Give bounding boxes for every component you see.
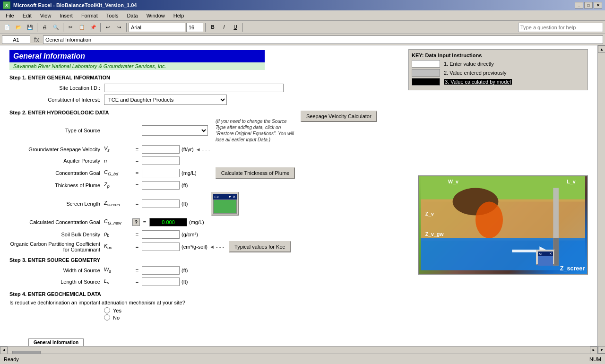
source-type-dropdown[interactable] <box>142 125 208 136</box>
menu-insert[interactable]: Insert <box>56 12 77 19</box>
width-unit: (ft) <box>182 268 188 273</box>
no-radio[interactable] <box>104 314 110 321</box>
title-bar: X Microsoft Excel - BioBalanceToolKit_Ve… <box>0 0 605 10</box>
conc-unit: (mg/L) <box>182 170 197 176</box>
key-row-1: 1. Enter value directly <box>412 60 585 68</box>
toolbar-sep-2 <box>63 23 63 32</box>
soil-density-input[interactable] <box>142 230 180 239</box>
key-label-3: 3. Value calculated by model <box>444 79 512 85</box>
toolbar-sep-6 <box>242 23 243 32</box>
svg-text:Z_v: Z_v <box>425 211 434 217</box>
width-input[interactable] <box>142 266 180 275</box>
key-label-1: 1. Enter value directly <box>444 61 494 67</box>
cell-reference[interactable] <box>2 35 30 44</box>
help-search[interactable] <box>518 23 603 32</box>
yes-radio[interactable] <box>104 307 110 313</box>
underline-button[interactable]: U <box>230 22 241 33</box>
calc-conc-value <box>149 218 187 226</box>
thickness-label: Thickness of Plume <box>9 182 104 188</box>
calc-conc-unit: (mg/L) <box>189 219 204 225</box>
open-button[interactable]: 📂 <box>13 22 24 33</box>
menu-file[interactable]: File <box>2 12 18 19</box>
source-type-note: (If you need to change the Source Type a… <box>216 118 296 143</box>
menu-tools[interactable]: Tools <box>103 12 122 19</box>
seepage-velocity-row: Groundwater Seepage Velocity Vs = (ft/yr… <box>9 145 588 154</box>
menu-window[interactable]: Window <box>143 12 169 19</box>
vertical-scrollbar[interactable]: ▲ ▼ <box>597 45 605 354</box>
app-icon: X <box>3 1 10 9</box>
site-location-label: Site Location I.D.: <box>9 85 104 91</box>
site-location-input[interactable] <box>104 84 284 92</box>
koc-values-button[interactable]: Typical values for Koc <box>229 241 291 252</box>
length-label: Length of Source <box>9 279 104 285</box>
width-label: Width of Source <box>9 268 104 273</box>
minimize-button[interactable]: _ <box>575 2 583 9</box>
print-button[interactable]: 🖨 <box>39 22 50 33</box>
save-button[interactable]: 💾 <box>25 22 35 33</box>
formula-bar: fx <box>0 34 605 45</box>
koc-label: Organic Carbon Partitioning Coefficientf… <box>9 241 104 252</box>
length-source-row: Length of Source Ls = (ft) <box>9 277 588 286</box>
page-title: General Information <box>9 50 265 62</box>
maximize-button[interactable]: □ <box>584 2 593 9</box>
help-qmark-button[interactable]: ? <box>132 218 140 226</box>
hydrogeology-diagram: L_v W_v Z_v Z_v_gw Z_screen M ✕ <box>418 175 588 275</box>
menu-help[interactable]: Help <box>170 12 188 19</box>
screen-length-input[interactable] <box>142 199 180 208</box>
koc-var: Koc <box>104 243 132 250</box>
sheet-tabs: General Information <box>28 338 84 346</box>
seepage-velocity-input[interactable] <box>142 145 180 154</box>
paste-button[interactable]: 📌 <box>88 22 98 33</box>
seepage-var: Vs <box>104 146 132 153</box>
font-selector[interactable] <box>129 23 185 32</box>
scroll-track <box>598 53 605 346</box>
hscroll-right-button[interactable]: ► <box>590 347 597 354</box>
toolbar: 📄 📂 💾 🖨 🔍 ✂ 📋 📌 ↩ ↪ B I U <box>0 21 605 34</box>
formula-separator: fx <box>32 36 41 43</box>
hscroll-left-button[interactable]: ◄ <box>0 347 8 354</box>
tab-general-info[interactable]: General Information <box>28 338 84 346</box>
copy-button[interactable]: 📋 <box>77 22 87 33</box>
step4-question: Is reductive dechlorination an important… <box>9 300 588 305</box>
status-ready: Ready <box>4 356 589 362</box>
menu-view[interactable]: View <box>36 12 55 19</box>
formula-input[interactable] <box>43 35 603 44</box>
menu-data[interactable]: Data <box>123 12 141 19</box>
constituent-label: Constituent of Interest: <box>9 97 104 103</box>
aquifer-porosity-input[interactable] <box>142 156 180 165</box>
scroll-up-button[interactable]: ▲ <box>598 45 605 53</box>
font-size-selector[interactable] <box>186 23 203 32</box>
seepage-arrow: ◄ - - - <box>196 147 210 152</box>
bold-button[interactable]: B <box>207 22 218 33</box>
koc-input[interactable] <box>142 243 180 251</box>
concentration-goal-input[interactable] <box>142 169 180 177</box>
redo-button[interactable]: ↪ <box>114 22 124 33</box>
undo-button[interactable]: ↩ <box>103 22 113 33</box>
aquifer-var: n <box>104 158 132 164</box>
preview-button[interactable]: 🔍 <box>51 22 61 33</box>
status-bar: Ready NUM <box>0 354 605 364</box>
cut-button[interactable]: ✂ <box>65 22 76 33</box>
svg-rect-0 <box>421 175 585 202</box>
key-label-2: 2. Value entered previously <box>444 70 507 76</box>
length-var: Ls <box>104 278 132 285</box>
thickness-input[interactable] <box>142 181 180 190</box>
length-input[interactable] <box>142 277 180 286</box>
horizontal-scrollbar[interactable]: ◄ ► <box>0 346 597 354</box>
key-swatch-black <box>412 78 440 86</box>
toolbar-sep-3 <box>100 23 101 32</box>
seepage-velocity-button[interactable]: Seepage Velocity Calculator <box>301 111 377 122</box>
key-title: KEY: Data Input Instructions <box>412 52 585 58</box>
thickness-unit: (ft) <box>182 182 188 188</box>
title-bar-text: Microsoft Excel - BioBalanceToolKit_Vers… <box>13 2 137 8</box>
scroll-down-button[interactable]: ▼ <box>598 346 605 354</box>
soil-var: ρb <box>104 231 132 238</box>
close-button[interactable]: ✕ <box>594 2 602 9</box>
constituent-dropdown[interactable]: TCE and Daughter Products Benzene Other <box>104 95 227 105</box>
italic-button[interactable]: I <box>219 22 229 33</box>
thickness-calc-button[interactable]: Calculate Thickness of Plume <box>216 167 295 179</box>
menu-format[interactable]: Format <box>78 12 102 19</box>
new-button[interactable]: 📄 <box>2 22 12 33</box>
toolbar-sep-5 <box>205 23 206 32</box>
menu-edit[interactable]: Edit <box>19 12 35 19</box>
